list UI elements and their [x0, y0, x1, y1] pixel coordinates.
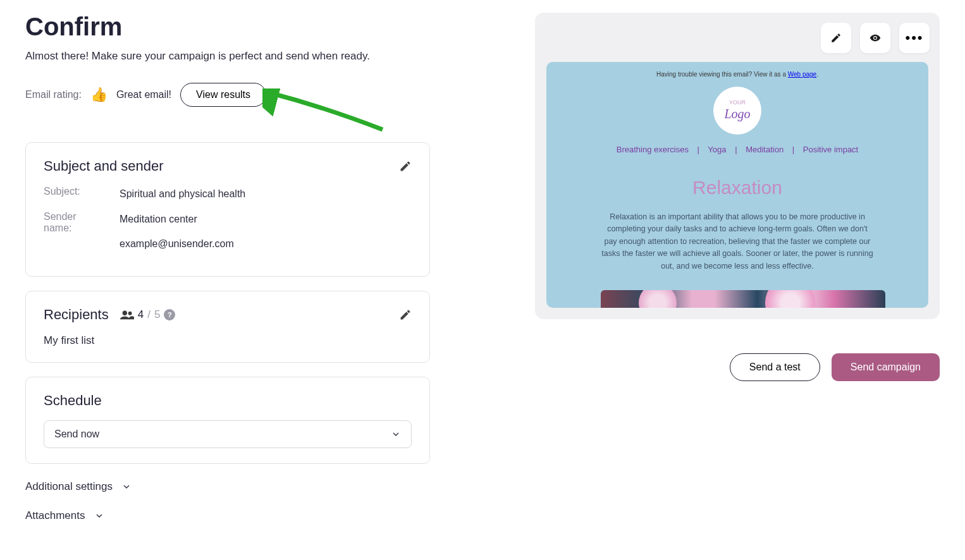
help-icon[interactable]: ? — [164, 309, 175, 320]
email-heading: Relaxation — [601, 177, 874, 198]
sender-name-label: Sender name: — [44, 211, 107, 252]
more-preview-button[interactable]: ••• — [899, 23, 930, 53]
pencil-icon — [399, 308, 412, 321]
schedule-selected-value: Send now — [54, 429, 99, 440]
logo-main-text: Logo — [724, 107, 750, 121]
email-logo: YOUR Logo — [713, 87, 761, 135]
sender-email-value: example@unisender.com — [120, 236, 234, 252]
logo-your-text: YOUR — [729, 100, 746, 106]
edit-recipients-button[interactable] — [399, 308, 412, 321]
recipients-count: 4 — [138, 308, 144, 321]
email-nav-item[interactable]: Meditation — [746, 145, 784, 154]
eye-icon — [870, 32, 881, 44]
edit-subject-button[interactable] — [399, 160, 412, 173]
email-nav-item[interactable]: Positive impact — [803, 145, 858, 154]
subject-sender-title: Subject and sender — [44, 158, 164, 174]
recipients-total: 5 — [154, 308, 160, 321]
attachments-label: Attachments — [25, 509, 85, 522]
page-title: Confirm — [25, 13, 430, 41]
additional-settings-toggle[interactable]: Additional settings — [25, 478, 430, 496]
email-nav: Breathing exercises | Yoga | Meditation … — [601, 145, 874, 154]
view-as-webpage-link[interactable]: Web page — [788, 71, 816, 78]
pencil-icon — [399, 160, 412, 173]
subject-value: Spiritual and physical health — [120, 186, 245, 202]
attachments-toggle[interactable]: Attachments — [25, 507, 430, 525]
view-as-webpage-text: Having trouble viewing this email? View … — [601, 68, 874, 83]
email-paragraph: Relaxation is an important ability that … — [601, 211, 874, 272]
email-nav-item[interactable]: Breathing exercises — [617, 145, 689, 154]
view-preview-button[interactable] — [860, 23, 890, 53]
email-rating-text: Great email! — [116, 89, 171, 100]
more-icon: ••• — [905, 31, 923, 45]
page-subtitle: Almost there! Make sure your campaign is… — [25, 50, 430, 63]
schedule-title: Schedule — [44, 393, 412, 409]
recipients-list-name: My first list — [44, 334, 412, 347]
send-campaign-button[interactable]: Send campaign — [832, 353, 940, 381]
chevron-down-icon — [94, 511, 104, 521]
chevron-down-icon — [121, 482, 132, 492]
subject-sender-card: Subject and sender Subject: Spiritual an… — [25, 142, 430, 277]
recipients-title: Recipients — [44, 307, 109, 323]
send-test-button[interactable]: Send a test — [730, 353, 820, 381]
additional-settings-label: Additional settings — [25, 480, 113, 493]
schedule-select[interactable]: Send now — [44, 420, 412, 448]
sender-name-value: Meditation center — [120, 211, 234, 228]
email-preview-panel: ••• Having trouble viewing this email? V… — [535, 13, 940, 319]
edit-preview-button[interactable] — [821, 23, 851, 53]
email-rating-label: Email rating: — [25, 89, 82, 100]
svg-point-0 — [122, 310, 126, 315]
email-image — [601, 290, 885, 308]
subject-label: Subject: — [44, 186, 107, 202]
email-nav-item[interactable]: Yoga — [708, 145, 726, 154]
thumbs-up-icon: 👍 — [90, 87, 108, 103]
view-results-button[interactable]: View results — [180, 83, 266, 107]
email-canvas: Having trouble viewing this email? View … — [546, 62, 928, 308]
svg-point-1 — [128, 312, 132, 315]
chevron-down-icon — [391, 429, 401, 439]
recipients-card: Recipients 4 / 5 ? My first list — [25, 291, 430, 363]
recipients-sep: / — [147, 308, 151, 321]
schedule-card: Schedule Send now — [25, 377, 430, 464]
pencil-icon — [830, 32, 842, 44]
people-icon — [120, 310, 134, 320]
